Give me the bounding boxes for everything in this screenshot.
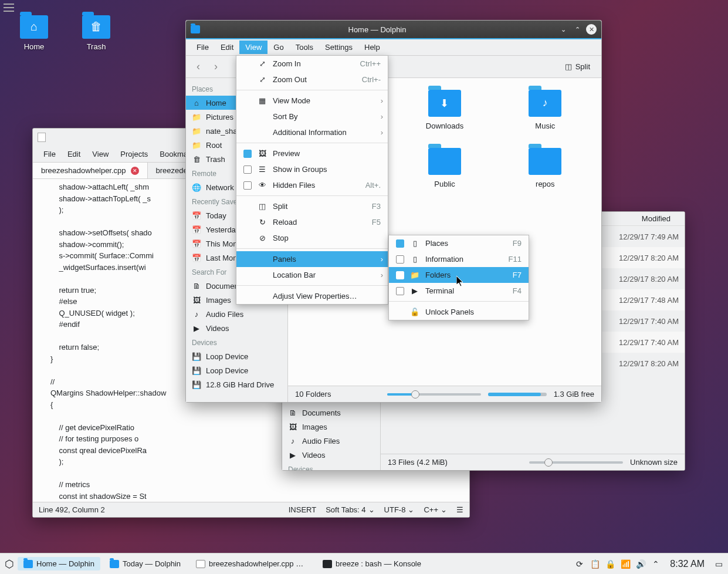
folder-icon (110, 560, 119, 568)
chevron-up-icon[interactable]: ⌃ (651, 559, 661, 569)
menu-settings[interactable]: Settings (319, 40, 358, 54)
disk-free: 1.3 GiB free (554, 390, 594, 399)
preview-icon: 🖼 (258, 149, 267, 158)
split-button[interactable]: ◫Split (558, 59, 597, 74)
panel-information[interactable]: ▯InformationF11 (389, 251, 529, 267)
panel-unlock[interactable]: 🔓Unlock Panels (389, 304, 529, 320)
menu-adjust-view[interactable]: Adjust View Properties… (236, 288, 388, 304)
folder-public[interactable]: Public (428, 148, 461, 188)
back-button[interactable]: ‹ (191, 59, 206, 75)
column-modified[interactable]: Modified (642, 214, 671, 223)
tab-breezeshadowhelper[interactable]: breezeshadowhelper.cpp ✕ (33, 163, 148, 178)
sidebar-item-videos[interactable]: ▶Videos (282, 448, 380, 462)
menu-show-groups[interactable]: ☰Show in Groups (236, 161, 388, 177)
trash-icon: 🗑 (90, 20, 102, 33)
menu-additional-info[interactable]: Additional Information (236, 124, 388, 140)
drive-icon: 💾 (192, 352, 201, 361)
system-tray: ⟳ 📋 🔒 📶 🔊 ⌃ 8:32 AM ▭ (575, 559, 723, 569)
menu-panels[interactable]: Panels (236, 251, 388, 267)
menu-sort-by[interactable]: Sort By (236, 109, 388, 124)
menu-hidden-files[interactable]: 👁Hidden FilesAlt+. (236, 177, 388, 193)
document-icon: 🗎 (288, 408, 297, 417)
image-icon: 🖼 (192, 295, 201, 305)
folder-count: 10 Folders (295, 390, 331, 399)
checkbox-icon (243, 166, 252, 174)
sidebar-item-audio[interactable]: ♪Audio Files (282, 434, 380, 448)
menu-stop[interactable]: ⊘Stop (236, 230, 388, 246)
menu-help[interactable]: Help (358, 40, 386, 54)
sidebar-item-documents[interactable]: 🗎Documents (282, 406, 380, 420)
task-dolphin-today[interactable]: Today — Dolphin (104, 557, 187, 570)
dolphin-menubar: File Edit View Go Tools Settings Help (186, 39, 601, 56)
sidebar-item-hard-drive[interactable]: 💾12.8 GiB Hard Drive (186, 377, 287, 391)
sidebar-item-videos[interactable]: ▶Videos (186, 321, 287, 335)
updates-icon[interactable]: ⟳ (575, 559, 584, 569)
lock-icon[interactable]: 🔒 (605, 559, 615, 569)
start-button[interactable]: ⬡ (5, 558, 14, 570)
lock-icon: 🔓 (410, 308, 419, 316)
edit-mode: INSERT (289, 505, 316, 514)
language[interactable]: C++⌄ (424, 505, 447, 514)
forward-button[interactable]: › (208, 59, 224, 75)
minimize-button[interactable]: ⌄ (558, 24, 568, 35)
folder-icon: 📁 (410, 271, 419, 279)
volume-icon[interactable]: 🔊 (636, 559, 645, 569)
sidebar-item-loop-device[interactable]: 💾Loop Device (186, 349, 287, 363)
tab-close-icon[interactable]: ✕ (131, 167, 139, 175)
menu-view[interactable]: View (239, 40, 268, 54)
menu-view[interactable]: View (86, 147, 114, 161)
clock[interactable]: 8:32 AM (670, 559, 705, 569)
menu-preview[interactable]: 🖼Preview (236, 146, 388, 161)
folder-downloads[interactable]: ⬇Downloads (426, 90, 463, 130)
menu-go[interactable]: Go (268, 40, 289, 54)
menu-projects[interactable]: Projects (114, 147, 154, 161)
zoom-slider[interactable] (529, 461, 623, 464)
menu-zoom-in[interactable]: ⤢Zoom InCtrl++ (236, 56, 388, 72)
task-dolphin-home[interactable]: Home — Dolphin (18, 557, 100, 570)
dolphin2-statusbar: 13 Files (4.2 MiB) Unknown size (381, 454, 685, 470)
task-konsole[interactable]: breeze : bash — Konsole (317, 557, 427, 570)
sidebar-item-images[interactable]: 🖼Images (282, 420, 380, 434)
zoom-slider[interactable] (387, 393, 481, 396)
menu-reload[interactable]: ↻ReloadF5 (236, 214, 388, 230)
menu-edit[interactable]: Edit (215, 40, 239, 54)
cursor-position: Line 492, Column 2 (39, 505, 105, 514)
dolphin-titlebar[interactable]: Home — Dolphin ⌄ ⌃ ✕ (186, 21, 601, 38)
taskbar: ⬡ Home — Dolphin Today — Dolphin breezes… (0, 553, 728, 574)
menu-view-mode[interactable]: ▦View Mode (236, 93, 388, 109)
encoding[interactable]: UTF-8⌄ (384, 505, 415, 514)
task-kate[interactable]: breezeshadowhelper.cpp — ... (190, 557, 313, 570)
audio-icon: ♪ (192, 309, 201, 319)
home-icon: ⌂ (192, 98, 201, 107)
menu-file[interactable]: File (38, 147, 62, 161)
trash-icon: 🗑 (192, 154, 201, 164)
close-button[interactable]: ✕ (586, 24, 597, 35)
desktop-icon-trash[interactable]: 🗑 Trash (82, 15, 110, 51)
tab-mode[interactable]: Soft Tabs: 4⌄ (326, 505, 374, 514)
desktop-menu-button[interactable] (4, 4, 14, 12)
menu-file[interactable]: File (191, 40, 215, 54)
maximize-button[interactable]: ⌃ (572, 24, 583, 35)
zoom-in-icon: ⤢ (258, 59, 267, 68)
menu-location-bar[interactable]: Location Bar (236, 267, 388, 283)
show-desktop-icon[interactable]: ▭ (714, 559, 723, 569)
desktop-icon-home[interactable]: ⌂ Home (20, 15, 48, 51)
menu-split[interactable]: ◫SplitF3 (236, 198, 388, 214)
menu-tools[interactable]: Tools (290, 40, 319, 54)
folder-icon: 📁 (192, 140, 201, 150)
window-title: Home — Dolphin (200, 25, 554, 34)
panel-places[interactable]: ▯PlacesF9 (389, 235, 529, 251)
menu-icon[interactable]: ☰ (456, 505, 463, 514)
menu-edit[interactable]: Edit (62, 147, 86, 161)
calendar-icon: 📅 (192, 211, 201, 220)
folder-icon (23, 560, 33, 568)
kate-statusbar: Line 492, Column 2 INSERT Soft Tabs: 4⌄ … (33, 502, 469, 517)
menu-zoom-out[interactable]: ⤢Zoom OutCtrl+- (236, 72, 388, 87)
clipboard-icon[interactable]: 📋 (590, 559, 600, 569)
network-icon[interactable]: 📶 (621, 559, 630, 569)
text-file-icon (196, 560, 205, 568)
sidebar-item-loop-device[interactable]: 💾Loop Device (186, 363, 287, 377)
sidebar-item-audio[interactable]: ♪Audio Files (186, 307, 287, 321)
folder-repos[interactable]: repos (529, 148, 561, 188)
folder-music[interactable]: ♪Music (529, 90, 561, 130)
